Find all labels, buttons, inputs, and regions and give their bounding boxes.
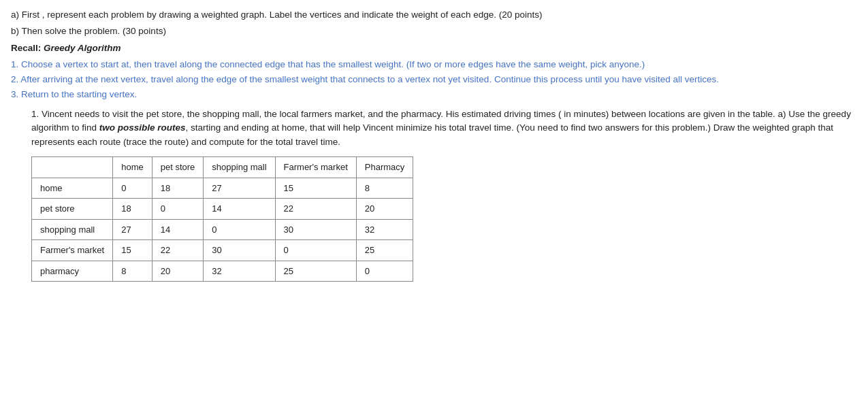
- table-cell: 0: [356, 261, 413, 282]
- table-cell: 32: [356, 219, 413, 240]
- problem-bold-text: two possible routes: [99, 122, 186, 133]
- table-cell: 0: [113, 178, 152, 199]
- table-cell: 0: [275, 240, 356, 261]
- table-cell: 27: [204, 178, 275, 199]
- problem-number: 1.: [31, 109, 39, 119]
- distance-table: homepet storeshopping mallFarmer's marke…: [31, 156, 413, 282]
- greedy-step-1: 1. Choose a vertex to start at, then tra…: [11, 58, 857, 71]
- table-row-label: Farmer's market: [32, 240, 113, 261]
- table-cell: 0: [152, 199, 204, 220]
- table-row: pet store180142220: [32, 199, 413, 220]
- table-header-shopping-mall: shopping mall: [204, 157, 275, 178]
- table-cell: 20: [152, 261, 204, 282]
- table-header-farmer's-market: Farmer's market: [275, 157, 356, 178]
- table-cell: 30: [204, 240, 275, 261]
- table-cell: 8: [113, 261, 152, 282]
- table-cell: 25: [356, 240, 413, 261]
- table-cell: 22: [152, 240, 204, 261]
- table-row: shopping mall271403032: [32, 219, 413, 240]
- recall-line: Recall: Greedy Algorithm: [11, 42, 857, 55]
- table-header-empty: [32, 157, 113, 178]
- intro-line-a: a) First , represent each problem by dra…: [11, 8, 857, 22]
- table-cell: 22: [275, 199, 356, 220]
- table-cell: 30: [275, 219, 356, 240]
- greedy-step-2: 2. After arriving at the next vertex, tr…: [11, 73, 857, 86]
- table-cell: 15: [275, 178, 356, 199]
- table-cell: 15: [113, 240, 152, 261]
- recall-prefix: Recall:: [11, 43, 44, 53]
- table-cell: 25: [275, 261, 356, 282]
- problem-text: 1. Vincent needs to visit the pet store,…: [31, 107, 857, 150]
- table-header-pharmacy: Pharmacy: [356, 157, 413, 178]
- intro-line-b: b) Then solve the problem. (30 points): [11, 24, 857, 38]
- table-row-label: shopping mall: [32, 219, 113, 240]
- greedy-step-3: 3. Return to the starting vertex.: [11, 88, 857, 101]
- problem-section: 1. Vincent needs to visit the pet store,…: [31, 107, 857, 282]
- table-row: Farmer's market152230025: [32, 240, 413, 261]
- table-cell: 18: [152, 178, 204, 199]
- table-cell: 14: [152, 219, 204, 240]
- table-row-label: pet store: [32, 199, 113, 220]
- table-cell: 8: [356, 178, 413, 199]
- table-header-pet-store: pet store: [152, 157, 204, 178]
- greedy-steps: 1. Choose a vertex to start at, then tra…: [11, 58, 857, 102]
- table-cell: 18: [113, 199, 152, 220]
- table-cell: 0: [204, 219, 275, 240]
- table-row-label: pharmacy: [32, 261, 113, 282]
- recall-italic: Greedy Algorithm: [44, 43, 121, 53]
- table-row: home01827158: [32, 178, 413, 199]
- table-row: pharmacy82032250: [32, 261, 413, 282]
- table-cell: 27: [113, 219, 152, 240]
- table-cell: 32: [204, 261, 275, 282]
- table-row-label: home: [32, 178, 113, 199]
- table-header-home: home: [113, 157, 152, 178]
- table-cell: 20: [356, 199, 413, 220]
- table-cell: 14: [204, 199, 275, 220]
